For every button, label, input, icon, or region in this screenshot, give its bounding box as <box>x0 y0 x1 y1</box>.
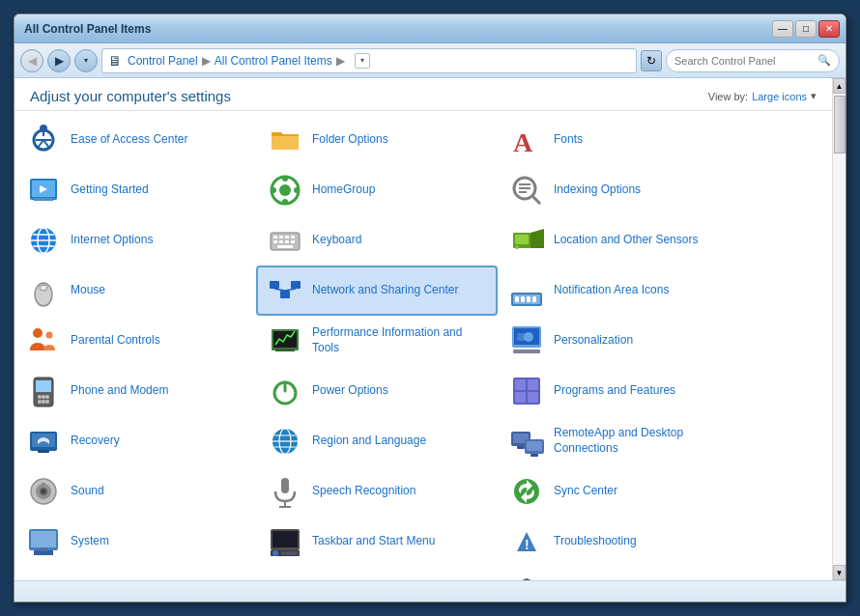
refresh-button[interactable]: ↻ <box>641 50 662 71</box>
svg-point-16 <box>294 187 300 193</box>
svg-rect-105 <box>40 547 47 551</box>
remoteapp-icon <box>507 422 546 461</box>
panel-title: Adjust your computer's settings <box>30 88 231 104</box>
homegroup-icon <box>266 171 304 210</box>
svg-rect-76 <box>528 379 538 390</box>
breadcrumb-bar: 🖥 Control Panel ▶ All Control Panel Item… <box>101 48 637 73</box>
breadcrumb-dropdown[interactable]: ▾ <box>355 53 370 69</box>
item-recovery[interactable]: Recovery <box>14 416 256 466</box>
item-internet-options[interactable]: Internet Options <box>14 215 256 266</box>
troubleshooting-label: Troubleshooting <box>554 534 637 549</box>
recent-pages-button[interactable]: ▾ <box>74 49 98 72</box>
network-sharing-icon <box>266 271 304 310</box>
minimize-button[interactable]: — <box>772 20 793 38</box>
breadcrumb-all-items[interactable]: All Control Panel Items <box>215 54 332 68</box>
item-network-sharing[interactable]: Network and Sharing Center <box>256 266 498 316</box>
svg-rect-53 <box>527 296 530 302</box>
svg-line-4 <box>38 140 43 148</box>
scrollbar[interactable]: ▲ ▼ <box>832 78 846 580</box>
svg-rect-98 <box>281 478 289 493</box>
svg-rect-81 <box>38 450 49 453</box>
item-getting-started[interactable]: Getting Started <box>14 165 256 215</box>
item-sound[interactable]: Sound <box>14 466 256 517</box>
item-indexing-options[interactable]: Indexing Options <box>498 165 739 215</box>
performance-icon <box>266 322 304 360</box>
control-panel-window: All Control Panel Items — □ ✕ ◀ ▶ ▾ 🖥 Co… <box>14 14 846 602</box>
item-power-options[interactable]: Power Options <box>256 366 498 416</box>
view-by-chevron: ▾ <box>811 90 817 102</box>
scroll-up-button[interactable]: ▲ <box>833 78 846 94</box>
svg-line-48 <box>285 289 296 291</box>
svg-rect-30 <box>285 236 289 238</box>
scroll-down-button[interactable]: ▼ <box>833 565 846 580</box>
svg-rect-34 <box>277 245 293 248</box>
svg-point-67 <box>38 395 42 399</box>
internet-options-icon <box>24 221 63 260</box>
svg-rect-64 <box>513 350 540 353</box>
close-button[interactable]: ✕ <box>818 20 840 38</box>
svg-point-55 <box>33 328 43 338</box>
item-troubleshooting[interactable]: ! Troubleshooting <box>498 517 739 567</box>
item-homegroup[interactable]: HomeGroup <box>256 165 498 215</box>
item-region-language[interactable]: Region and Language <box>256 416 498 466</box>
breadcrumb-control-panel[interactable]: Control Panel <box>128 54 198 68</box>
remoteapp-label: RemoteApp and Desktop Connections <box>554 426 730 456</box>
item-mouse[interactable]: Mouse <box>14 266 256 316</box>
view-by-value[interactable]: Large icons <box>752 91 807 102</box>
svg-point-69 <box>45 395 49 399</box>
svg-rect-36 <box>291 240 295 243</box>
svg-rect-54 <box>532 296 536 302</box>
item-system[interactable]: System <box>14 517 256 567</box>
window-title: All Control Panel Items <box>24 22 151 36</box>
item-phone-modem[interactable]: Phone and Modem <box>14 366 256 416</box>
item-remoteapp[interactable]: RemoteApp and Desktop Connections <box>498 416 739 466</box>
scroll-thumb[interactable] <box>834 96 846 154</box>
svg-point-15 <box>271 187 276 193</box>
svg-line-5 <box>43 140 49 148</box>
item-ease-of-access[interactable]: Ease of Access Center <box>14 115 256 165</box>
svg-marker-39 <box>530 229 544 248</box>
item-performance[interactable]: Performance Information and Tools <box>256 316 498 366</box>
title-bar-buttons: — □ ✕ <box>772 20 840 38</box>
item-programs-features[interactable]: Programs and Features <box>498 366 739 416</box>
svg-point-97 <box>43 483 45 486</box>
grid-row-7: Recovery Region and Language RemoteApp a… <box>14 416 832 466</box>
item-windows-cardspace[interactable]: Windows CardSpace <box>256 567 498 580</box>
location-sensors-label: Location and Other Sensors <box>554 233 698 248</box>
item-personalization[interactable]: Personalization <box>498 316 739 366</box>
item-location-sensors[interactable]: Location and Other Sensors <box>498 215 739 266</box>
sound-icon <box>24 472 63 511</box>
personalization-icon <box>507 322 546 360</box>
windows-cardspace-icon <box>266 573 304 580</box>
power-options-icon <box>266 372 304 410</box>
homegroup-label: HomeGroup <box>312 182 375 198</box>
item-taskbar-start[interactable]: Taskbar and Start Menu <box>256 517 498 567</box>
search-input[interactable] <box>674 55 814 67</box>
maximize-button[interactable]: □ <box>795 20 817 38</box>
item-speech-recognition[interactable]: Speech Recognition <box>256 466 498 517</box>
item-windows-defender[interactable]: Windows Defender <box>498 567 739 580</box>
back-button[interactable]: ◀ <box>20 49 43 72</box>
svg-rect-38 <box>515 235 529 244</box>
search-bar[interactable]: 🔍 <box>666 49 840 72</box>
network-sharing-label: Network and Sharing Center <box>312 283 458 298</box>
item-keyboard[interactable]: Keyboard <box>256 215 498 266</box>
item-parental-controls[interactable]: Parental Controls <box>14 316 256 366</box>
item-sync-center[interactable]: Sync Center <box>498 466 739 517</box>
item-user-accounts[interactable]: User Accounts <box>14 567 256 580</box>
svg-point-96 <box>42 490 45 493</box>
status-bar <box>14 580 846 602</box>
grid-row-2: Getting Started HomeGroup Indexing Optio… <box>14 165 832 215</box>
ease-of-access-icon <box>24 121 63 159</box>
grid-row-8: Sound Speech Recognition Sync Center <box>14 466 832 517</box>
forward-button[interactable]: ▶ <box>47 49 71 72</box>
parental-controls-icon <box>24 322 63 360</box>
items-grid: Ease of Access Center Folder Options A F… <box>14 111 832 580</box>
svg-point-71 <box>42 400 45 404</box>
taskbar-start-label: Taskbar and Start Menu <box>312 534 435 549</box>
item-folder-options[interactable]: Folder Options <box>256 115 498 165</box>
speech-recognition-icon <box>266 472 304 511</box>
item-fonts[interactable]: A Fonts <box>498 115 739 165</box>
item-notification-icons[interactable]: Notification Area Icons <box>498 266 739 316</box>
grid-row-3: Internet Options Keyboard Location and O… <box>14 215 832 266</box>
